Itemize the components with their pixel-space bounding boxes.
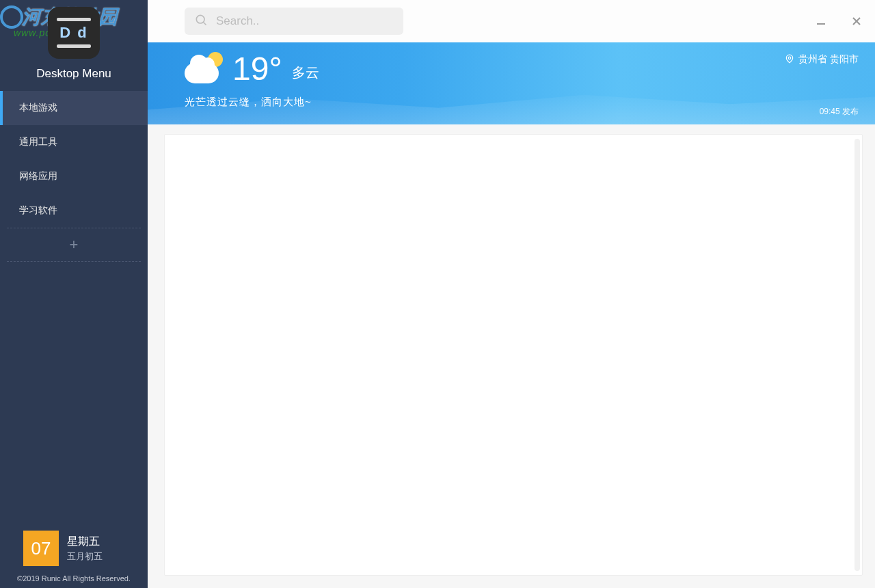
sidebar-header: 河东软件园 www.pc0359.cn D d Desktop Menu [0, 0, 148, 91]
close-button[interactable] [850, 15, 863, 27]
topbar [148, 0, 875, 42]
location-pin-icon [785, 54, 794, 66]
date-widget[interactable]: 07 星期五 五月初五 [0, 531, 148, 574]
sidebar-item-label: 网络应用 [19, 170, 57, 183]
weather-condition: 多云 [292, 64, 319, 82]
date-day: 07 [23, 531, 59, 566]
window-controls [815, 15, 863, 27]
content-wrap [148, 124, 875, 588]
sidebar: 河东软件园 www.pc0359.cn D d Desktop Menu 本地游… [0, 0, 148, 588]
copyright: ©2019 Runic All Rights Reserved. [0, 574, 148, 583]
sidebar-nav: 本地游戏 通用工具 网络应用 学习软件 + [0, 91, 148, 262]
sidebar-add-category[interactable]: + [7, 228, 141, 262]
app-icon: D d [48, 7, 100, 59]
sidebar-item-common-tools[interactable]: 通用工具 [0, 125, 148, 159]
search-box[interactable] [185, 8, 403, 35]
sidebar-item-local-games[interactable]: 本地游戏 [0, 91, 148, 125]
date-text: 星期五 五月初五 [67, 535, 103, 563]
weather-banner: 19° 多云 光芒透过云缝，洒向大地~ 贵州省 贵阳市 09:45 发布 [148, 42, 875, 124]
weather-temperature: 19° [232, 53, 282, 85]
svg-line-1 [204, 23, 206, 25]
sidebar-footer: 07 星期五 五月初五 ©2019 Runic All Rights Reser… [0, 531, 148, 588]
app-title: Desktop Menu [36, 67, 111, 81]
weather-publish-time: 09:45 发布 [820, 106, 859, 118]
content-scrollbar[interactable] [854, 139, 860, 571]
search-icon [194, 13, 208, 29]
sidebar-item-network-apps[interactable]: 网络应用 [0, 159, 148, 193]
sidebar-item-label: 通用工具 [19, 136, 57, 148]
sidebar-item-label: 本地游戏 [19, 102, 57, 114]
weather-location-text: 贵州省 贵阳市 [798, 53, 859, 66]
sidebar-item-label: 学习软件 [19, 204, 57, 217]
minimize-button[interactable] [815, 15, 827, 27]
date-weekday: 星期五 [67, 535, 103, 549]
date-lunar: 五月初五 [67, 550, 103, 563]
svg-point-0 [196, 15, 204, 23]
sidebar-item-study-software[interactable]: 学习软件 [0, 193, 148, 228]
search-input[interactable] [216, 14, 394, 28]
main-area: 19° 多云 光芒透过云缝，洒向大地~ 贵州省 贵阳市 09:45 发布 [148, 0, 875, 588]
plus-icon: + [70, 236, 79, 254]
content-panel [164, 134, 863, 576]
weather-description: 光芒透过云缝，洒向大地~ [185, 96, 859, 109]
weather-location[interactable]: 贵州省 贵阳市 [785, 53, 859, 66]
svg-point-5 [788, 57, 791, 59]
weather-icon [185, 52, 226, 86]
